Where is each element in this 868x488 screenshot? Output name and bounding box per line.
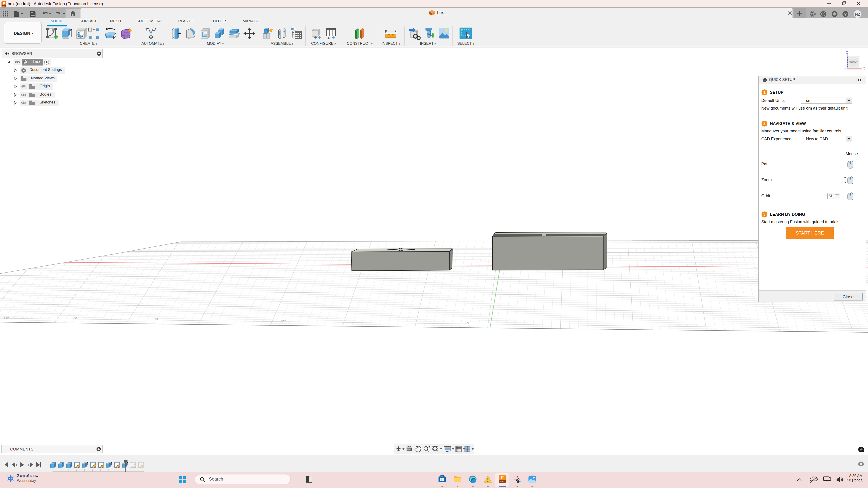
svg-text:F: F xyxy=(501,475,504,480)
svg-text:X: X xyxy=(863,66,865,70)
svg-text:FUS: FUS xyxy=(2,6,6,7)
svg-text:-2.50: -2.50 xyxy=(3,316,9,320)
svg-text:FRONT: FRONT xyxy=(848,61,858,64)
svg-text:Z: Z xyxy=(846,51,848,54)
svg-text:-2.50: -2.50 xyxy=(72,317,77,320)
svg-text:F: F xyxy=(3,1,5,5)
svg-text:-2.50: -2.50 xyxy=(153,318,158,321)
svg-text:FUS: FUS xyxy=(500,480,504,482)
svg-text:-2.50: -2.50 xyxy=(464,322,470,325)
svg-text:NZ: NZ xyxy=(855,12,860,17)
svg-text:?: ? xyxy=(844,12,847,17)
